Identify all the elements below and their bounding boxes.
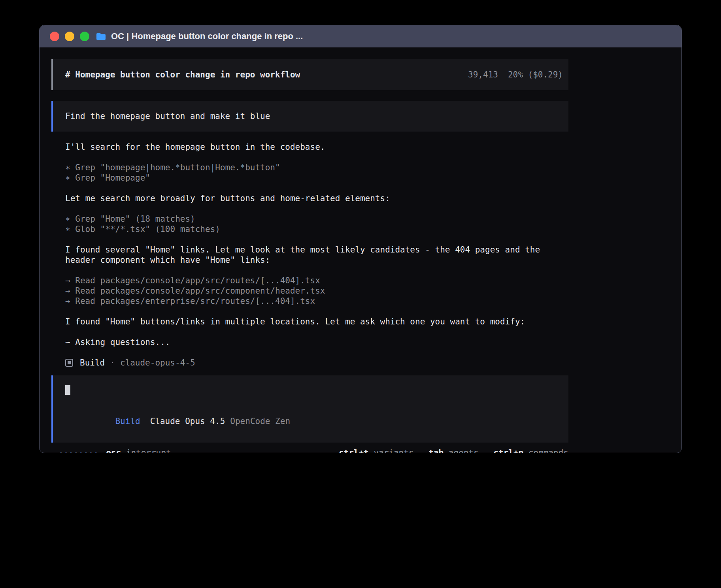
agent-model: claude-opus-4-5	[120, 358, 195, 368]
status-bar: ········ esc interrupt ctrl+t variants t…	[51, 448, 568, 453]
shortcut-key: ctrl+t	[339, 448, 369, 453]
text-cursor	[65, 385, 70, 395]
terminal-window: OC | Homepage button color change in rep…	[40, 25, 681, 453]
shortcut-variants: ctrl+t variants	[339, 448, 414, 453]
session-meta: 39,41320% ($0.29)	[468, 70, 563, 80]
interrupt-hint: esc interrupt	[106, 448, 171, 453]
tool-call-read: → Read packages/console/app/src/routes/[…	[65, 275, 568, 286]
close-button[interactable]	[50, 32, 59, 41]
minimize-button[interactable]	[65, 32, 74, 41]
token-count: 39,413	[468, 70, 498, 79]
tool-call-grep: ∗ Grep "homepage|home.*button|Home.*butt…	[65, 162, 568, 173]
session-header: # Homepage button color change in repo w…	[51, 59, 568, 90]
box-icon	[65, 359, 73, 367]
spinner: ········	[59, 448, 98, 453]
status-right: ctrl+t variants tab agents ctrl+p comman…	[339, 448, 568, 453]
assistant-paragraph: Let me search more broadly for buttons a…	[51, 193, 568, 204]
user-message-text: Find the homepage button and make it blu…	[65, 111, 270, 121]
user-message-block: Find the homepage button and make it blu…	[51, 101, 568, 132]
agent-name: Build	[80, 358, 105, 368]
tool-call-group: → Read packages/console/app/src/routes/[…	[51, 275, 568, 306]
agent-status: Build · claude-opus-4-5	[51, 358, 568, 368]
esc-key: esc	[106, 448, 121, 453]
provider-label: OpenCode Zen	[230, 416, 290, 426]
tool-call-grep: ∗ Grep "Home" (18 matches)	[65, 214, 568, 224]
shortcut-label: agents	[449, 448, 479, 453]
shortcut-commands: ctrl+p commands	[493, 448, 568, 453]
shortcut-label: commands	[528, 448, 568, 453]
tool-call-glob: ∗ Glob "**/*.tsx" (100 matches)	[65, 224, 568, 234]
assistant-status-line: ~ Asking questions...	[51, 337, 568, 347]
titlebar[interactable]: OC | Homepage button color change in rep…	[40, 25, 681, 47]
assistant-paragraph: I'll search for the homepage button in t…	[51, 142, 568, 152]
zoom-button[interactable]	[80, 32, 89, 41]
context-usage: 20% ($0.29)	[508, 70, 563, 79]
tool-call-group: ∗ Grep "homepage|home.*button|Home.*butt…	[51, 162, 568, 183]
interrupt-label: interrupt	[126, 448, 171, 453]
assistant-paragraph: I found "Home" buttons/links in multiple…	[51, 317, 568, 327]
prompt-input[interactable]: BuildClaude Opus 4.5OpenCode Zen	[51, 375, 568, 443]
model-label: Claude Opus 4.5	[150, 416, 225, 426]
traffic-lights	[50, 32, 89, 41]
tool-call-read: → Read packages/console/app/src/componen…	[65, 286, 568, 296]
title-group: OC | Homepage button color change in rep…	[96, 31, 303, 41]
assistant-paragraph: I found several "Home" links. Let me loo…	[51, 245, 568, 265]
shortcut-label: variants	[374, 448, 413, 453]
shortcut-key: tab	[428, 448, 444, 453]
shortcut-key: ctrl+p	[493, 448, 523, 453]
input-meta: BuildClaude Opus 4.5OpenCode Zen	[65, 406, 556, 437]
desktop: { "window": { "title": "OC | Homepage bu…	[0, 0, 721, 588]
folder-icon	[96, 32, 106, 41]
tool-call-read: → Read packages/enterprise/src/routes/[.…	[65, 296, 568, 306]
terminal-content: # Homepage button color change in repo w…	[40, 47, 681, 453]
window-title: OC | Homepage button color change in rep…	[111, 31, 303, 41]
tool-call-group: ∗ Grep "Home" (18 matches) ∗ Glob "**/*.…	[51, 214, 568, 234]
tool-call-grep: ∗ Grep "Homepage"	[65, 173, 568, 183]
shortcut-agents: tab agents	[428, 448, 478, 453]
status-left: ········ esc interrupt	[59, 448, 171, 453]
session-title: # Homepage button color change in repo w…	[65, 70, 300, 80]
session-column: # Homepage button color change in repo w…	[51, 59, 568, 453]
agent-mode-label: Build	[115, 416, 140, 426]
agent-separator: ·	[110, 358, 115, 368]
